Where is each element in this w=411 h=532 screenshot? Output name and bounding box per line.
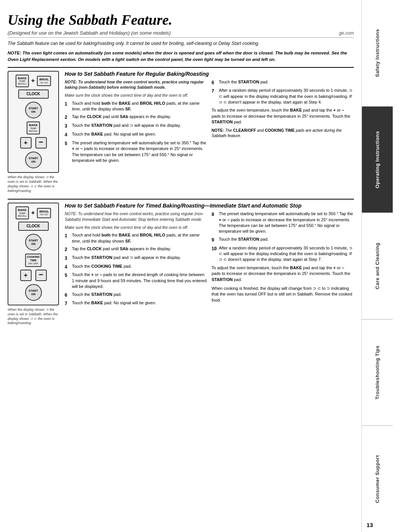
- section2-instructions: How to Set Sabbath Feature for Timed Bak…: [65, 203, 354, 326]
- sidebar-operating: Operating Instructions: [362, 107, 393, 213]
- step-2-8: 8 The preset starting temperature will a…: [212, 211, 354, 235]
- minus-arrow-1: −: [35, 137, 47, 149]
- note-text: NOTE: The oven light comes on automatica…: [8, 50, 354, 63]
- step-1-7: 7 After a random delay period of approxi…: [212, 88, 354, 105]
- sidebar-care: Care and Cleaning: [362, 213, 393, 320]
- start-btn-1: START ON: [25, 102, 42, 118]
- step-2-10: 10 After a random delay period of approx…: [212, 245, 354, 263]
- ge-com: ge.com: [339, 30, 354, 36]
- section2: BAKE TEMPRECALL + BROIL HI / LO CLOCK: [8, 199, 354, 326]
- section2-title: How to Set Sabbath Feature for Timed Bak…: [65, 203, 354, 209]
- section2-steps-right: 8 The preset starting temperature will a…: [212, 211, 354, 309]
- step-2-2: 2 Tap the CLOCK pad until SAb appears in…: [65, 246, 207, 253]
- minus-arrow-2: −: [35, 270, 47, 281]
- sidebar-safety: Safety Instructions: [362, 0, 393, 107]
- section1-steps-right: 6 Touch the START/ON pad. 7 After a rand…: [212, 79, 354, 166]
- start-btn-d2-1: START ON: [25, 234, 42, 251]
- step-1-3: 3 Touch the START/ON pad and ⊃ will appe…: [65, 123, 207, 129]
- sidebar-care-label: Care and Cleaning: [374, 243, 380, 289]
- diagram2-caption: When the display shows ⊃ the oven is set…: [8, 308, 59, 326]
- plus-arrow-2: +: [20, 270, 32, 281]
- step-2-4: 4 Touch the COOKING TIME pad.: [65, 264, 207, 270]
- diagram2: BAKE TEMPRECALL + BROIL HI / LO CLOCK: [8, 203, 59, 305]
- step-1-4: 4 Touch the BAKE pad. No signal will be …: [65, 131, 207, 138]
- bake-btn-1: BAKE TEMPRECALL: [16, 75, 29, 88]
- plus-icon-1: +: [31, 77, 35, 84]
- diagram1: BAKE TEMPRECALL + BROIL HI / LO CLOCK: [8, 71, 59, 173]
- step-2-3: 3 Touch the START/ON pad and ⊃ will appe…: [65, 255, 207, 262]
- section1-note-bottom: NOTE: The CLEAR/OFF and COOKING TIME pad…: [212, 128, 354, 139]
- step-1-5: 5 The preset starting temperature will a…: [65, 140, 207, 164]
- sidebar-troubleshooting-label: Troubleshooting Tips: [374, 345, 380, 399]
- diagram2-col: BAKE TEMPRECALL + BROIL HI / LO CLOCK: [8, 203, 59, 326]
- plus-icon-2: +: [31, 209, 35, 216]
- clock-btn-2: CLOCK: [18, 222, 49, 231]
- step-2-1: 1 Touch and hold both the BAKE and BROIL…: [65, 232, 207, 244]
- step-1-6: 6 Touch the START/ON pad.: [212, 79, 354, 86]
- section1-note-intro: NOTE: To understand how the oven control…: [65, 79, 207, 90]
- cooking-time-btn: COOKINGTIMEON / OFF: [25, 254, 41, 267]
- section1: BAKE TEMPRECALL + BROIL HI / LO CLOCK: [8, 67, 354, 193]
- section2-note-intro: NOTE: To understand how the oven control…: [65, 211, 207, 222]
- plus-arrow-1: +: [20, 137, 32, 149]
- step-2-9: 9 Touch the START/ON pad.: [212, 236, 354, 243]
- step-1-1: 1 Touch and hold both the BAKE and BROIL…: [65, 101, 207, 112]
- step-2-5: 5 Touch the + or – pads to set the desir…: [65, 272, 207, 289]
- clock-btn-1: CLOCK: [18, 89, 49, 99]
- page-title: Using the Sabbath Feature.: [8, 11, 354, 28]
- sidebar-consumer: Consumer Support: [362, 426, 393, 532]
- sidebar-operating-label: Operating Instructions: [374, 131, 380, 188]
- step-1-2: 2 Tap the CLOCK pad until SAb appears in…: [65, 114, 207, 121]
- intro-text: The Sabbath feature can be used for baki…: [8, 40, 354, 47]
- section1-instructions: How to Set Sabbath Feature for Regular B…: [65, 71, 354, 193]
- section1-steps-left: NOTE: To understand how the oven control…: [65, 79, 207, 166]
- bake-btn-2: BAKE TEMPRECALL: [27, 121, 40, 134]
- section2-steps-left: NOTE: To understand how the oven control…: [65, 211, 207, 309]
- bake-btn-d2-1: BAKE TEMPRECALL: [16, 206, 29, 219]
- page-number: 13: [366, 522, 373, 528]
- page-subtitle: (Designed for use on the Jewish Sabbath …: [8, 30, 171, 36]
- sidebar-safety-label: Safety Instructions: [374, 29, 380, 77]
- section2-note-clock: Make sure the clock shows the correct ti…: [65, 225, 207, 230]
- start-btn-2: START ON: [25, 152, 42, 168]
- sidebar-troubleshooting: Troubleshooting Tips: [362, 320, 393, 426]
- diagram1-col: BAKE TEMPRECALL + BROIL HI / LO CLOCK: [8, 71, 59, 193]
- sidebar-consumer-label: Consumer Support: [374, 455, 380, 503]
- section1-title: How to Set Sabbath Feature for Regular B…: [65, 71, 354, 77]
- section1-note-clock: Make sure the clock shows the correct ti…: [65, 93, 207, 98]
- section2-finish: When cooking is finished, the display wi…: [212, 286, 354, 303]
- step-2-6: 6 Touch the START/ON pad.: [65, 292, 207, 299]
- step-2-7: 7 Touch the BAKE pad. No signal will be …: [65, 300, 207, 307]
- right-sidebar: Safety Instructions Operating Instructio…: [362, 0, 393, 532]
- section2-adjust: To adjust the oven temperature, touch th…: [212, 265, 354, 283]
- start-btn-d2-2: START ON: [25, 284, 42, 301]
- diagram1-caption: When the display shows ⊃ the oven is set…: [8, 175, 59, 193]
- broil-btn-d2: BROIL HI / LO: [37, 208, 51, 218]
- broil-btn-1: BROIL HI / LO: [37, 76, 51, 86]
- section1-adjust: To adjust the oven temperature, touch th…: [212, 107, 354, 125]
